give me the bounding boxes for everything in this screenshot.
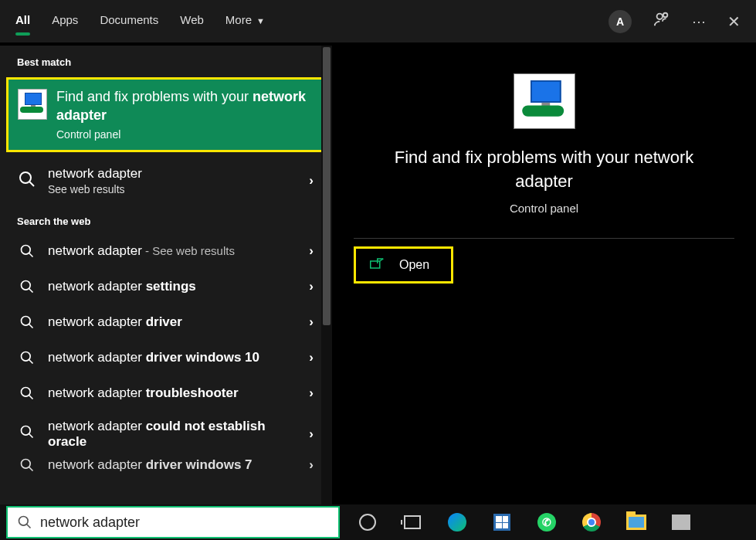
taskbar-search[interactable] xyxy=(6,506,340,538)
svg-line-11 xyxy=(29,359,33,363)
explorer-icon[interactable] xyxy=(625,511,647,533)
svg-point-8 xyxy=(22,316,31,325)
suggestion-item[interactable]: network adapter driver windows 10 › xyxy=(0,340,332,375)
search-icon xyxy=(17,169,37,189)
tab-documents[interactable]: Documents xyxy=(100,8,158,34)
svg-point-19 xyxy=(19,517,29,526)
svg-line-3 xyxy=(29,182,34,186)
search-icon xyxy=(17,312,37,332)
svg-point-12 xyxy=(22,387,31,396)
results-scrollbar[interactable] xyxy=(321,46,332,504)
svg-rect-18 xyxy=(371,261,380,268)
suggestion-item[interactable]: network adapter troubleshooter › xyxy=(0,375,332,411)
detail-subtitle: Control panel xyxy=(510,202,578,215)
tab-more[interactable]: More▼ xyxy=(225,8,265,34)
open-icon xyxy=(370,258,384,272)
svg-line-7 xyxy=(29,288,33,292)
search-icon xyxy=(17,277,37,297)
detail-panel: Find and fix problems with your network … xyxy=(332,46,756,504)
search-icon xyxy=(17,241,37,261)
taskbar-icons: ✆ xyxy=(357,511,692,533)
search-header: All Apps Documents Web More▼ A ⋯ ✕ xyxy=(0,0,756,46)
network-adapter-icon xyxy=(514,73,575,129)
feedback-icon[interactable] xyxy=(653,11,670,32)
suggestion-item[interactable]: network adapter driver windows 7 › xyxy=(0,457,332,473)
chrome-icon[interactable] xyxy=(581,511,602,533)
options-icon[interactable]: ⋯ xyxy=(692,13,706,30)
open-button[interactable]: Open xyxy=(354,246,453,284)
divider xyxy=(354,238,734,239)
tab-web[interactable]: Web xyxy=(180,8,204,34)
best-match-result[interactable]: Find and fix problems with your network … xyxy=(6,77,327,152)
svg-line-20 xyxy=(27,525,31,528)
svg-point-6 xyxy=(22,280,31,290)
results-panel: Best match Find and fix problems with yo… xyxy=(0,46,332,504)
tab-apps[interactable]: Apps xyxy=(52,8,78,34)
suggestion-item[interactable]: network adapter driver › xyxy=(0,304,332,340)
chevron-right-icon: › xyxy=(309,243,314,259)
web-result-subtitle: See web results xyxy=(48,183,142,195)
svg-line-17 xyxy=(29,467,33,470)
suggestion-text: network adapter driver xyxy=(48,314,182,330)
chevron-right-icon: › xyxy=(309,426,314,442)
chevron-right-icon: › xyxy=(309,350,314,365)
best-match-label: Best match xyxy=(0,46,332,74)
cortana-icon[interactable] xyxy=(357,511,378,533)
chevron-right-icon: › xyxy=(309,457,314,473)
suggestion-text: network adapter driver windows 10 xyxy=(48,350,259,365)
web-result-primary[interactable]: network adapter See web results › xyxy=(0,157,332,205)
best-match-title: Find and fix problems with your network … xyxy=(56,87,316,125)
svg-point-14 xyxy=(22,426,31,435)
best-match-subtitle: Control panel xyxy=(56,128,316,141)
user-avatar[interactable]: A xyxy=(609,10,632,33)
chevron-down-icon: ▼ xyxy=(256,16,265,25)
suggestion-text: network adapter - See web results xyxy=(48,243,235,259)
chevron-right-icon: › xyxy=(309,314,314,330)
web-result-title: network adapter xyxy=(48,166,142,182)
close-icon[interactable]: ✕ xyxy=(727,12,741,31)
svg-point-10 xyxy=(22,352,31,361)
tab-all[interactable]: All xyxy=(15,8,30,34)
search-icon xyxy=(17,383,37,403)
filter-tabs: All Apps Documents Web More▼ xyxy=(15,8,265,34)
suggestion-item[interactable]: network adapter could not establish orac… xyxy=(0,411,332,457)
svg-line-13 xyxy=(29,395,33,399)
network-adapter-icon xyxy=(18,89,47,120)
search-icon xyxy=(17,348,37,368)
svg-line-5 xyxy=(29,253,33,256)
taskbar: ✆ xyxy=(0,504,756,540)
search-icon xyxy=(17,457,37,473)
search-web-label: Search the web xyxy=(0,205,332,233)
suggestion-item[interactable]: network adapter - See web results › xyxy=(0,233,332,269)
chevron-right-icon: › xyxy=(309,173,314,188)
task-view-icon[interactable] xyxy=(402,511,423,533)
chevron-right-icon: › xyxy=(309,279,314,294)
main-area: Best match Find and fix problems with yo… xyxy=(0,46,756,504)
suggestion-text: network adapter could not establish orac… xyxy=(48,419,280,450)
search-input[interactable] xyxy=(40,515,332,531)
store-icon[interactable] xyxy=(491,511,513,533)
svg-point-4 xyxy=(22,245,31,254)
suggestion-text: network adapter troubleshooter xyxy=(48,385,239,401)
open-label: Open xyxy=(399,258,429,272)
suggestion-text: network adapter driver windows 7 xyxy=(48,457,253,473)
edge-icon[interactable] xyxy=(446,511,468,533)
printer-icon[interactable] xyxy=(670,511,692,533)
search-icon xyxy=(17,515,32,530)
svg-point-16 xyxy=(22,459,31,468)
svg-line-9 xyxy=(29,324,33,328)
detail-title: Find and fix problems with your network … xyxy=(382,146,707,194)
svg-point-1 xyxy=(663,13,668,18)
whatsapp-icon[interactable]: ✆ xyxy=(536,511,558,533)
search-icon xyxy=(17,422,37,442)
suggestion-item[interactable]: network adapter settings › xyxy=(0,269,332,304)
svg-line-15 xyxy=(29,433,33,437)
chevron-right-icon: › xyxy=(309,385,314,401)
svg-point-0 xyxy=(657,14,663,19)
svg-point-2 xyxy=(20,172,31,183)
suggestion-text: network adapter settings xyxy=(48,279,196,294)
